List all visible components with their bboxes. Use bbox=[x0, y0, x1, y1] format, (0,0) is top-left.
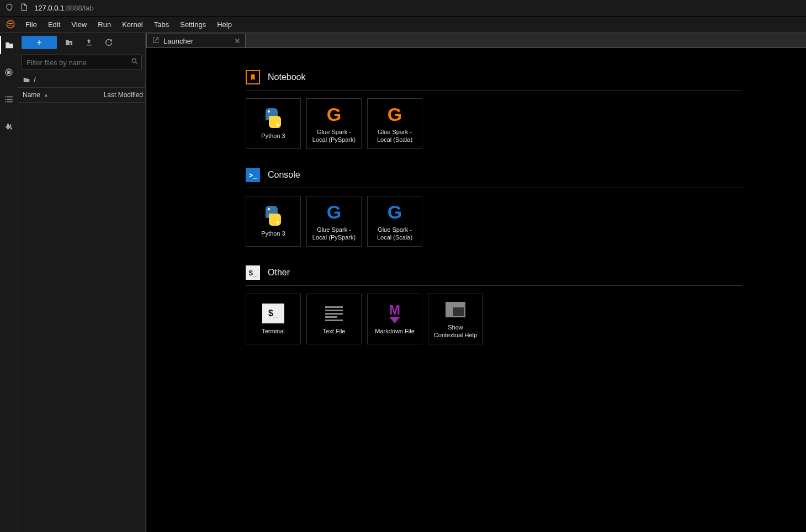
launcher-card-contextual-help[interactable]: Show Contextual Help bbox=[428, 294, 483, 344]
glue-icon: G bbox=[327, 103, 341, 125]
svg-rect-7 bbox=[5, 101, 6, 102]
svg-rect-10 bbox=[69, 43, 71, 44]
breadcrumb[interactable]: / bbox=[18, 72, 145, 88]
new-launcher-button[interactable]: + bbox=[22, 36, 57, 49]
svg-rect-6 bbox=[7, 99, 13, 100]
glue-icon: G bbox=[388, 103, 402, 125]
jupyter-logo-icon bbox=[4, 18, 17, 30]
card-label: Markdown File bbox=[375, 328, 415, 336]
folder-icon bbox=[23, 76, 30, 84]
section-title: Console bbox=[268, 170, 300, 180]
card-label: Text File bbox=[323, 328, 346, 336]
python-icon bbox=[262, 107, 284, 129]
python-icon bbox=[262, 205, 284, 227]
launcher-card-text-file[interactable]: Text File bbox=[306, 294, 362, 344]
terminal-icon: $_ bbox=[262, 302, 284, 324]
menu-bar: File Edit View Run Kernel Tabs Settings … bbox=[0, 17, 806, 33]
activity-extensions-icon[interactable] bbox=[0, 117, 18, 135]
card-label: Glue Spark - Local (Scala) bbox=[377, 226, 412, 242]
menu-file[interactable]: File bbox=[20, 18, 43, 31]
section-title: Notebook bbox=[268, 72, 306, 82]
glue-icon: G bbox=[327, 201, 341, 223]
card-label: Terminal bbox=[262, 328, 285, 336]
contextual-help-icon bbox=[446, 299, 465, 321]
menu-view[interactable]: View bbox=[66, 18, 92, 31]
activity-toc-icon[interactable] bbox=[0, 90, 18, 108]
menu-help[interactable]: Help bbox=[211, 18, 237, 31]
url-text[interactable]: 127.0.0.1:8888/lab bbox=[34, 4, 94, 12]
launcher-card-markdown-file[interactable]: M Markdown File bbox=[367, 294, 422, 344]
terminal-icon: $_ bbox=[246, 265, 260, 280]
section-title: Other bbox=[268, 268, 290, 278]
markdown-icon: M bbox=[389, 302, 400, 324]
divider bbox=[246, 90, 743, 91]
svg-rect-4 bbox=[7, 96, 13, 97]
launcher-card-python3-notebook[interactable]: Python 3 bbox=[246, 98, 301, 149]
svg-rect-3 bbox=[5, 96, 6, 97]
card-label: Glue Spark - Local (Scala) bbox=[377, 129, 412, 144]
card-label: Show Contextual Help bbox=[434, 324, 477, 339]
launcher-card-terminal[interactable]: $_ Terminal bbox=[246, 294, 301, 344]
launcher-card-glue-scala-notebook[interactable]: G Glue Spark - Local (Scala) bbox=[367, 98, 422, 149]
launcher-card-glue-scala-console[interactable]: G Glue Spark - Local (Scala) bbox=[367, 196, 422, 247]
svg-rect-2 bbox=[8, 71, 10, 73]
column-name[interactable]: Name ▲ bbox=[18, 88, 93, 102]
launch-icon bbox=[152, 37, 159, 45]
svg-point-0 bbox=[7, 20, 14, 28]
shield-icon bbox=[6, 3, 13, 13]
card-label: Python 3 bbox=[261, 230, 285, 238]
file-list-empty bbox=[18, 103, 145, 532]
file-browser-panel: + / Name ▲ Last Modifi bbox=[18, 33, 146, 532]
menu-kernel[interactable]: Kernel bbox=[116, 18, 149, 31]
notebook-icon bbox=[246, 70, 260, 84]
svg-point-12 bbox=[132, 58, 136, 62]
card-label: Glue Spark - Local (PySpark) bbox=[312, 226, 356, 242]
search-icon bbox=[131, 57, 139, 67]
tab-launcher[interactable]: Launcher ✕ bbox=[146, 34, 246, 47]
file-list-header: Name ▲ Last Modified bbox=[18, 88, 145, 103]
section-other: $_ Other $_ Terminal Text File bbox=[246, 265, 806, 344]
glue-icon: G bbox=[388, 201, 402, 223]
console-icon: >_ bbox=[246, 168, 260, 182]
upload-icon[interactable] bbox=[81, 36, 97, 49]
new-folder-icon[interactable] bbox=[61, 36, 77, 49]
browser-url-bar: 127.0.0.1:8888/lab bbox=[0, 0, 806, 17]
column-modified[interactable]: Last Modified bbox=[93, 88, 145, 102]
section-console: >_ Console Python 3 G Glue Spark - Local… bbox=[246, 168, 806, 247]
file-toolbar: + bbox=[18, 33, 145, 52]
activity-bar bbox=[0, 33, 18, 532]
file-filter bbox=[22, 55, 142, 70]
divider bbox=[246, 285, 743, 286]
breadcrumb-path: / bbox=[34, 76, 36, 84]
menu-edit[interactable]: Edit bbox=[43, 18, 66, 31]
svg-rect-5 bbox=[5, 99, 6, 100]
file-filter-input[interactable] bbox=[22, 55, 142, 70]
launcher-card-glue-pyspark-console[interactable]: G Glue Spark - Local (PySpark) bbox=[306, 196, 362, 247]
launcher-card-python3-console[interactable]: Python 3 bbox=[246, 196, 301, 247]
card-label: Python 3 bbox=[261, 132, 285, 140]
sort-asc-icon: ▲ bbox=[44, 92, 49, 98]
svg-rect-11 bbox=[86, 45, 91, 45]
menu-tabs[interactable]: Tabs bbox=[149, 18, 174, 31]
refresh-icon[interactable] bbox=[101, 36, 116, 49]
url-host: 127.0.0.1 bbox=[34, 4, 64, 12]
activity-filebrowser-icon[interactable] bbox=[0, 36, 18, 54]
close-icon[interactable]: ✕ bbox=[234, 36, 241, 45]
menu-run[interactable]: Run bbox=[92, 18, 116, 31]
menu-settings[interactable]: Settings bbox=[174, 18, 211, 31]
activity-running-icon[interactable] bbox=[0, 63, 18, 81]
divider bbox=[246, 188, 743, 188]
section-notebook: Notebook Python 3 G Glue Spark - Local (… bbox=[246, 70, 806, 149]
main-area: Launcher ✕ Notebook bbox=[146, 33, 806, 532]
text-file-icon bbox=[325, 302, 343, 324]
svg-rect-8 bbox=[7, 101, 13, 102]
url-rest: :8888/lab bbox=[64, 4, 94, 12]
launcher-content: Notebook Python 3 G Glue Spark - Local (… bbox=[146, 48, 806, 532]
card-label: Glue Spark - Local (PySpark) bbox=[312, 129, 356, 144]
column-name-label: Name bbox=[23, 91, 40, 99]
page-icon bbox=[20, 3, 28, 13]
tab-title: Launcher bbox=[163, 37, 193, 45]
tab-bar: Launcher ✕ bbox=[146, 33, 806, 48]
launcher-card-glue-pyspark-notebook[interactable]: G Glue Spark - Local (PySpark) bbox=[306, 98, 362, 149]
